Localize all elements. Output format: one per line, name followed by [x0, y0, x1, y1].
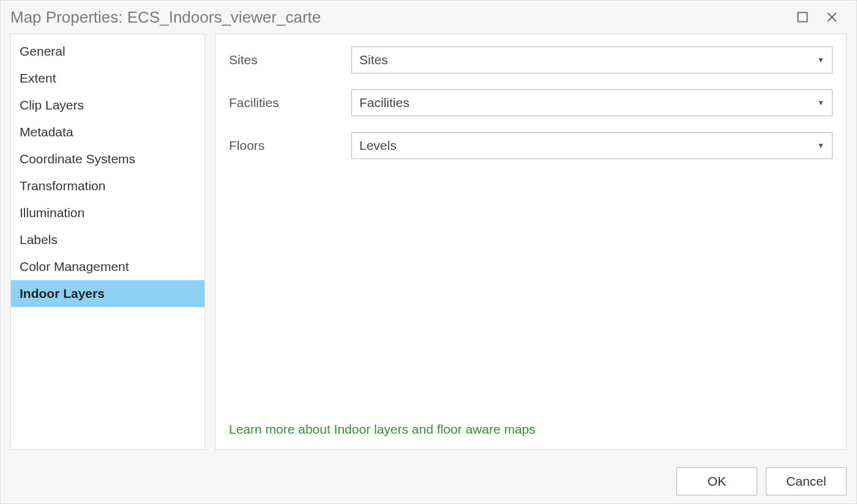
- chevron-down-icon: ▼: [817, 56, 825, 64]
- sidebar-item-illumination[interactable]: Illumination: [11, 199, 204, 226]
- sidebar-item-label: Illumination: [11, 199, 204, 226]
- content-pane: Sites Sites ▼ Facilities Facilities ▼ Fl…: [215, 34, 847, 450]
- sidebar-item-label: Extent: [11, 65, 204, 92]
- sidebar-item-transformation[interactable]: Transformation: [11, 172, 204, 199]
- indoor-layers-form: Sites Sites ▼ Facilities Facilities ▼ Fl…: [229, 46, 833, 159]
- properties-sidebar: General Extent Clip Layers Metadata Coor…: [10, 34, 205, 450]
- sidebar-item-label: General: [11, 38, 204, 65]
- maximize-icon: [797, 12, 808, 23]
- floors-dropdown-value: Levels: [359, 138, 397, 153]
- chevron-down-icon: ▼: [817, 141, 825, 150]
- sidebar-item-clip-layers[interactable]: Clip Layers: [11, 92, 204, 119]
- facilities-dropdown[interactable]: Facilities ▼: [351, 89, 833, 116]
- sidebar-item-label: Labels: [11, 226, 204, 253]
- sidebar-item-extent[interactable]: Extent: [11, 65, 204, 92]
- floors-dropdown[interactable]: Levels ▼: [351, 132, 833, 159]
- sites-dropdown-value: Sites: [359, 53, 388, 67]
- sidebar-item-metadata[interactable]: Metadata: [11, 119, 204, 146]
- close-button[interactable]: [817, 5, 847, 29]
- sidebar-item-label: Transformation: [11, 172, 204, 199]
- chevron-down-icon: ▼: [817, 98, 825, 107]
- ok-button[interactable]: OK: [676, 467, 757, 495]
- sites-label: Sites: [229, 53, 351, 67]
- dialog-title: Map Properties: ECS_Indoors_viewer_carte: [10, 8, 788, 27]
- sidebar-item-label: Metadata: [11, 119, 204, 146]
- maximize-button[interactable]: [788, 5, 817, 29]
- dialog-body: General Extent Clip Layers Metadata Coor…: [1, 34, 856, 459]
- learn-more-link[interactable]: Learn more about Indoor layers and floor…: [229, 422, 833, 437]
- spacer: [229, 159, 833, 422]
- sidebar-item-color-management[interactable]: Color Management: [11, 253, 204, 280]
- sites-dropdown[interactable]: Sites ▼: [351, 46, 833, 73]
- sidebar-item-label: Color Management: [11, 253, 204, 280]
- facilities-label: Facilities: [229, 95, 351, 110]
- sidebar-item-labels[interactable]: Labels: [11, 226, 204, 253]
- sidebar-item-coordinate-systems[interactable]: Coordinate Systems: [11, 146, 204, 172]
- floors-label: Floors: [229, 138, 351, 153]
- map-properties-dialog: Map Properties: ECS_Indoors_viewer_carte…: [0, 0, 857, 504]
- close-icon: [826, 11, 838, 23]
- sidebar-item-indoor-layers[interactable]: Indoor Layers: [11, 280, 204, 307]
- titlebar: Map Properties: ECS_Indoors_viewer_carte: [1, 1, 856, 34]
- cancel-button[interactable]: Cancel: [766, 467, 847, 495]
- sidebar-item-label: Clip Layers: [11, 92, 204, 119]
- sidebar-item-label: Coordinate Systems: [11, 146, 204, 172]
- dialog-footer: OK Cancel: [1, 459, 856, 503]
- facilities-dropdown-value: Facilities: [359, 95, 410, 110]
- sidebar-item-label: Indoor Layers: [11, 280, 204, 307]
- svg-rect-0: [798, 13, 807, 22]
- sidebar-item-general[interactable]: General: [11, 38, 204, 65]
